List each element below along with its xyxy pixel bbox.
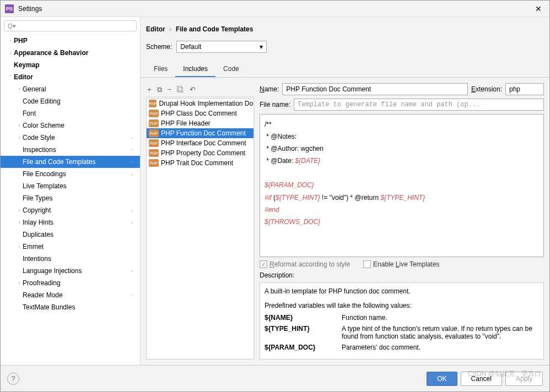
project-marker-icon bbox=[131, 195, 137, 201]
project-marker-icon bbox=[131, 111, 137, 116]
project-marker-icon bbox=[131, 62, 137, 68]
project-marker-icon: ▫ bbox=[131, 220, 137, 225]
template-code-editor[interactable]: /** * @Notes: * @Author: wgchen * @Date:… bbox=[260, 114, 544, 257]
tree-item-keymap[interactable]: Keymap bbox=[1, 59, 140, 71]
tree-item-live-templates[interactable]: Live Templates bbox=[1, 180, 140, 192]
search-box[interactable]: Q▾ bbox=[4, 20, 137, 31]
filename-label: File name: bbox=[260, 101, 290, 108]
chevron-icon: › bbox=[7, 50, 14, 56]
add-button[interactable]: + bbox=[147, 85, 152, 94]
project-marker-icon bbox=[131, 244, 137, 249]
apply-button[interactable]: Apply bbox=[505, 372, 543, 386]
help-button[interactable]: ? bbox=[7, 373, 19, 385]
breadcrumb: Editor › File and Code Templates bbox=[141, 17, 549, 39]
filename-input[interactable]: Template to generate file name and path … bbox=[294, 99, 544, 111]
close-icon[interactable]: ✕ bbox=[532, 4, 545, 13]
php-file-icon: PHP bbox=[149, 110, 159, 117]
breadcrumb-a: Editor bbox=[146, 25, 165, 33]
tree-item-appearance-behavior[interactable]: ›Appearance & Behavior bbox=[1, 47, 140, 59]
search-icon: Q▾ bbox=[8, 23, 16, 30]
breadcrumb-sep: › bbox=[169, 25, 171, 33]
php-file-icon: PHP bbox=[149, 100, 157, 107]
tree-item-code-editing[interactable]: Code Editing bbox=[1, 95, 140, 107]
project-marker-icon bbox=[131, 86, 137, 92]
template-item[interactable]: PHPPHP Trait Doc Comment bbox=[147, 158, 254, 168]
scheme-select[interactable]: Default ▾ bbox=[176, 41, 267, 53]
description-box: A built-in template for PHP function doc… bbox=[260, 282, 544, 360]
project-marker-icon: ▫ bbox=[131, 171, 137, 177]
project-marker-icon bbox=[131, 183, 137, 189]
titlebar: PS Settings ✕ bbox=[1, 1, 549, 17]
php-file-icon: PHP bbox=[149, 149, 159, 157]
live-templates-checkbox[interactable] bbox=[363, 260, 371, 268]
tree-item-color-scheme[interactable]: ›Color Scheme bbox=[1, 119, 140, 132]
chevron-icon: › bbox=[16, 220, 23, 225]
tabs: FilesIncludesCode bbox=[141, 62, 549, 78]
settings-tree[interactable]: ›PHP›Appearance & BehaviorKeymap˅Editor›… bbox=[1, 35, 140, 365]
chevron-icon: › bbox=[16, 86, 23, 92]
template-item[interactable]: PHPPHP Property Doc Comment bbox=[147, 148, 254, 158]
tree-item-proofreading[interactable]: ›Proofreading bbox=[1, 277, 140, 289]
tab-includes[interactable]: Includes bbox=[175, 62, 215, 77]
tree-item-duplicates[interactable]: Duplicates bbox=[1, 228, 140, 241]
chevron-down-icon: ▾ bbox=[260, 43, 263, 51]
tab-code[interactable]: Code bbox=[215, 62, 247, 77]
tree-item-code-style[interactable]: ›Code Style▫ bbox=[1, 132, 140, 144]
tree-item-file-and-code-templates[interactable]: File and Code Templates▫ bbox=[1, 156, 140, 168]
chevron-icon: › bbox=[16, 208, 23, 213]
chevron-icon: › bbox=[16, 123, 23, 128]
tree-item-language-injections[interactable]: Language Injections▫ bbox=[1, 265, 140, 277]
tree-item-textmate-bundles[interactable]: TextMate Bundles bbox=[1, 301, 140, 313]
tree-item-font[interactable]: Font bbox=[1, 107, 140, 119]
copy-button[interactable]: ⿻ bbox=[177, 85, 184, 94]
project-marker-icon: ▫ bbox=[131, 292, 137, 298]
tree-item-general[interactable]: ›General bbox=[1, 83, 140, 95]
template-item[interactable]: PHPPHP Interface Doc Comment bbox=[147, 138, 254, 148]
project-marker-icon: ▫ bbox=[131, 147, 137, 153]
chevron-icon: › bbox=[7, 38, 14, 43]
copy-template-button[interactable]: ⧉ bbox=[157, 85, 162, 94]
scheme-value: Default bbox=[180, 43, 201, 51]
search-input[interactable] bbox=[18, 22, 133, 30]
tree-item-inlay-hints[interactable]: ›Inlay Hints▫ bbox=[1, 216, 140, 228]
name-label: Name: bbox=[260, 85, 279, 93]
tree-item-emmet[interactable]: ›Emmet bbox=[1, 241, 140, 253]
tree-item-copyright[interactable]: ›Copyright▫ bbox=[1, 204, 140, 216]
template-toolbar: + ⧉ − ⿻ ↶ bbox=[146, 83, 254, 97]
revert-button[interactable]: ↶ bbox=[190, 85, 196, 94]
chevron-icon: ˅ bbox=[7, 74, 14, 80]
template-item[interactable]: PHPPHP Class Doc Comment bbox=[147, 108, 254, 118]
tree-item-intentions[interactable]: Intentions bbox=[1, 253, 140, 265]
footer: ? OK Cancel Apply bbox=[1, 365, 549, 391]
tree-item-editor[interactable]: ˅Editor bbox=[1, 71, 140, 83]
template-item[interactable]: PHPPHP File Header bbox=[147, 118, 254, 128]
tree-item-reader-mode[interactable]: Reader Mode▫ bbox=[1, 289, 140, 301]
tree-item-php[interactable]: ›PHP bbox=[1, 35, 140, 47]
tree-item-file-types[interactable]: File Types bbox=[1, 192, 140, 204]
tree-item-inspections[interactable]: Inspections▫ bbox=[1, 144, 140, 156]
tab-files[interactable]: Files bbox=[146, 62, 175, 77]
project-marker-icon: ▫ bbox=[131, 268, 137, 274]
template-list[interactable]: PHPDrupal Hook Implementation DocPHPPHP … bbox=[146, 98, 254, 360]
app-logo-icon: PS bbox=[5, 4, 14, 13]
template-item[interactable]: PHPDrupal Hook Implementation Doc bbox=[147, 99, 254, 108]
project-marker-icon bbox=[131, 38, 137, 43]
remove-button[interactable]: − bbox=[168, 85, 172, 94]
project-marker-icon bbox=[131, 232, 137, 237]
chevron-icon: › bbox=[16, 244, 23, 249]
template-item[interactable]: PHPPHP Function Doc Comment bbox=[147, 128, 254, 138]
breadcrumb-b: File and Code Templates bbox=[176, 25, 253, 33]
cancel-button[interactable]: Cancel bbox=[461, 372, 502, 386]
reformat-checkbox[interactable]: ✓ bbox=[260, 260, 267, 268]
content-pane: Editor › File and Code Templates Scheme:… bbox=[141, 17, 549, 365]
ok-button[interactable]: OK bbox=[427, 372, 457, 386]
project-marker-icon: ▫ bbox=[131, 208, 137, 213]
live-templates-label: Enable Live Templates bbox=[373, 260, 440, 268]
project-marker-icon bbox=[131, 256, 137, 262]
name-input[interactable]: PHP Function Doc Comment bbox=[282, 83, 468, 95]
extension-input[interactable]: php bbox=[505, 83, 544, 95]
tree-item-file-encodings[interactable]: File Encodings▫ bbox=[1, 168, 140, 180]
project-marker-icon bbox=[131, 50, 137, 56]
scheme-label: Scheme: bbox=[146, 43, 172, 51]
php-file-icon: PHP bbox=[149, 159, 159, 167]
